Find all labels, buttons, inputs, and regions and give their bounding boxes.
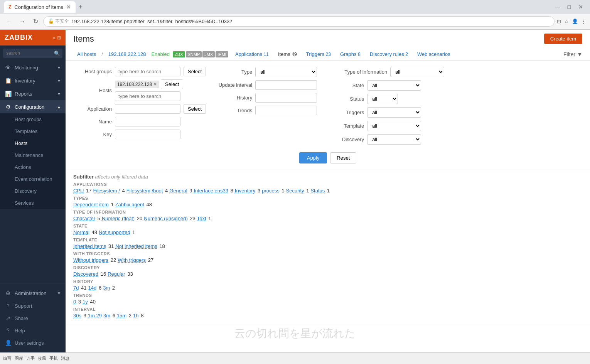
- type-of-info-select[interactable]: all: [390, 67, 444, 77]
- subfilter-link-character[interactable]: Character: [73, 216, 95, 221]
- subfilter-link-3m[interactable]: 3m: [103, 285, 110, 291]
- subfilter-link-security[interactable]: Security: [286, 188, 304, 194]
- tab-host-ip[interactable]: 192.168.222.128: [105, 48, 150, 60]
- hosts-select-button[interactable]: Select: [161, 79, 183, 89]
- close-button[interactable]: ✕: [575, 3, 586, 11]
- address-bar[interactable]: 🔓 不安全 192.168.222.128/items.php?filter_s…: [43, 16, 555, 27]
- subfilter-link-with-triggers[interactable]: With triggers: [118, 257, 146, 263]
- menu-icon[interactable]: ⋮: [581, 19, 586, 24]
- host-tag-text: 192.168.222.128: [117, 82, 152, 87]
- subfilter-link-7d[interactable]: 7d: [73, 285, 79, 291]
- sidebar-item-support[interactable]: ? Support: [0, 300, 66, 312]
- key-row: Key: [73, 130, 206, 139]
- subfilter-link-interface[interactable]: Interface ens33: [194, 188, 228, 194]
- subfilter-link-30s[interactable]: 30s: [73, 313, 81, 318]
- expand-icon[interactable]: ⊞: [57, 35, 61, 40]
- application-input[interactable]: [115, 104, 180, 114]
- subfilter-link-filesystem-boot[interactable]: Filesystem /boot: [126, 188, 163, 194]
- sidebar-subitem-event-correlation[interactable]: Event correlation: [0, 173, 66, 185]
- subfilter-link-numeric-float[interactable]: Numeric (float): [102, 216, 135, 221]
- sidebar-item-user-settings[interactable]: 👤 User settings: [0, 337, 66, 349]
- sidebar-subitem-host-groups[interactable]: Host groups: [0, 113, 66, 125]
- key-input[interactable]: [115, 130, 180, 139]
- tab-close-button[interactable]: ✕: [66, 4, 71, 10]
- sidebar-item-monitoring[interactable]: 👁 Monitoring ▼: [0, 61, 66, 74]
- triggers-select[interactable]: all: [367, 107, 421, 118]
- sidebar-subitem-discovery[interactable]: Discovery: [0, 185, 66, 197]
- subfilter-link-normal[interactable]: Normal: [73, 229, 89, 235]
- history-input[interactable]: [255, 93, 317, 103]
- subfilter-link-text[interactable]: Text: [197, 216, 206, 221]
- subfilter-link-cpu[interactable]: CPU: [73, 188, 84, 194]
- hosts-search-input[interactable]: [115, 91, 180, 101]
- tab-all-hosts[interactable]: All hosts: [73, 48, 100, 60]
- subfilter-link-0[interactable]: 0: [73, 299, 76, 305]
- apply-button[interactable]: Apply: [299, 152, 327, 163]
- sidebar-item-administration[interactable]: ⊕ Administration ▼: [0, 286, 66, 300]
- back-button[interactable]: ←: [4, 16, 15, 27]
- sidebar-item-share[interactable]: ↗ Share: [0, 312, 66, 324]
- sidebar-subitem-templates[interactable]: Templates: [0, 125, 66, 137]
- status-select[interactable]: all: [367, 94, 398, 104]
- subfilter-link-process[interactable]: process: [262, 188, 280, 194]
- sidebar-subitem-hosts[interactable]: Hosts: [0, 137, 66, 149]
- tab-triggers[interactable]: Triggers 23: [302, 48, 335, 60]
- subfilter-link-not-inherited[interactable]: Not inherited items: [115, 243, 157, 249]
- profile-icon[interactable]: 👤: [572, 19, 578, 24]
- tab-graphs[interactable]: Graphs 8: [336, 48, 364, 60]
- create-item-button[interactable]: Create item: [544, 34, 582, 44]
- discovery-select[interactable]: all: [367, 134, 421, 145]
- tab-web-scenarios[interactable]: Web scenarios: [413, 48, 454, 60]
- subfilter-link-regular[interactable]: Regular: [108, 271, 125, 277]
- sidebar-item-help[interactable]: ? Help: [0, 324, 66, 337]
- name-input[interactable]: [115, 117, 180, 126]
- type-select[interactable]: all: [255, 67, 317, 77]
- update-interval-input[interactable]: [255, 80, 317, 90]
- subfilter-link-1h[interactable]: 1h: [133, 313, 138, 318]
- subfilter-count: 48: [92, 229, 97, 235]
- template-select[interactable]: all: [367, 121, 421, 131]
- sidebar-subitem-maintenance[interactable]: Maintenance: [0, 149, 66, 161]
- reload-button[interactable]: ↻: [30, 16, 41, 27]
- forward-button[interactable]: →: [17, 16, 28, 27]
- subfilter-link-3m-interval[interactable]: 3m: [103, 313, 110, 318]
- application-select-button[interactable]: Select: [184, 104, 206, 114]
- bookmark-icon[interactable]: ☆: [564, 19, 569, 24]
- subfilter-link-numeric-unsigned[interactable]: Numeric (unsigned): [144, 216, 187, 221]
- sidebar-item-reports[interactable]: 📊 Reports ▼: [0, 87, 66, 100]
- subfilter-link-inherited[interactable]: Inherited items: [73, 243, 106, 249]
- subfilter-link-discovered[interactable]: Discovered: [73, 271, 98, 277]
- subfilter-link-1m29[interactable]: 1m 29: [88, 313, 102, 318]
- sidebar-subitem-services[interactable]: Services: [0, 197, 66, 209]
- subfilter-link-status[interactable]: Status: [310, 188, 325, 194]
- browser-tab[interactable]: Z Configuration of items ✕: [4, 1, 76, 13]
- tab-applications[interactable]: Applications 11: [231, 48, 273, 60]
- collapse-icon[interactable]: «: [53, 35, 56, 40]
- new-tab-button[interactable]: +: [79, 3, 83, 11]
- minimize-button[interactable]: ─: [553, 3, 563, 11]
- tab-discovery-rules[interactable]: Discovery rules 2: [366, 48, 412, 60]
- sidebar-item-inventory[interactable]: 📋 Inventory ▼: [0, 74, 66, 87]
- maximize-button[interactable]: □: [565, 3, 574, 11]
- subfilter-link-general[interactable]: General: [169, 188, 187, 194]
- host-groups-select-button[interactable]: Select: [184, 67, 206, 76]
- subfilter-link-inventory[interactable]: Inventory: [235, 188, 255, 194]
- sidebar-item-configuration[interactable]: ⚙ Configuration ▲: [0, 100, 66, 113]
- filter-toggle[interactable]: Filter ▼: [563, 51, 582, 57]
- host-groups-input[interactable]: [115, 67, 180, 76]
- search-input[interactable]: [3, 49, 52, 58]
- subfilter-link-1y[interactable]: 1y: [83, 299, 88, 305]
- subfilter-link-without-triggers[interactable]: Without triggers: [73, 257, 108, 263]
- subfilter-link-zabbix-agent[interactable]: Zabbix agent: [115, 202, 144, 207]
- subfilter-link-dependent[interactable]: Dependent item: [73, 202, 109, 207]
- subfilter-link-15m[interactable]: 15m: [117, 313, 126, 318]
- host-tag-remove-button[interactable]: ✕: [153, 82, 157, 87]
- subfilter-link-not-supported[interactable]: Not supported: [99, 229, 130, 235]
- reset-button[interactable]: Reset: [330, 152, 356, 163]
- trends-input[interactable]: [255, 106, 317, 115]
- sidebar-subitem-actions[interactable]: Actions: [0, 161, 66, 173]
- subfilter-link-filesystem[interactable]: Filesystem /: [93, 188, 120, 194]
- cast-icon[interactable]: ⊡: [557, 19, 561, 24]
- subfilter-link-14d[interactable]: 14d: [88, 285, 97, 291]
- state-select[interactable]: all: [367, 80, 421, 91]
